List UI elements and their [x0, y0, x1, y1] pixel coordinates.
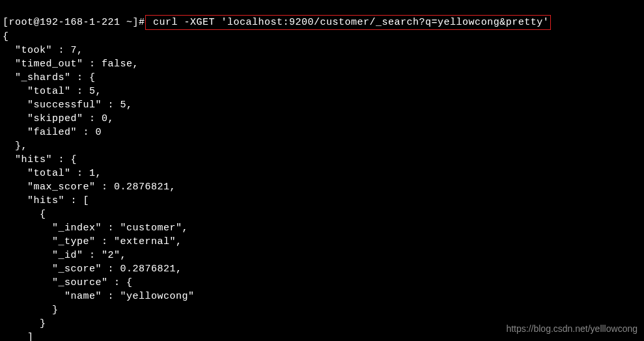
- output-line: "skipped" : 0,: [3, 113, 114, 124]
- output-line: {: [3, 209, 46, 220]
- output-line: }: [3, 318, 46, 329]
- output-line: "total" : 5,: [3, 86, 102, 97]
- output-line: },: [3, 141, 27, 152]
- output-line: "hits" : {: [3, 154, 77, 165]
- command-highlighted[interactable]: curl -XGET 'localhost:9200/customer/_sea…: [145, 15, 552, 30]
- output-line: ]: [3, 332, 34, 341]
- output-line: "name" : "yellowcong": [3, 291, 195, 302]
- output-line: "failed" : 0: [3, 127, 102, 138]
- output-line: "took" : 7,: [3, 45, 83, 56]
- output-line: "_id" : "2",: [3, 250, 126, 261]
- watermark-text: https://blog.csdn.net/yelllowcong: [506, 323, 637, 336]
- terminal-output: [root@192-168-1-221 ~]# curl -XGET 'loca…: [3, 1, 641, 341]
- output-line: "_shards" : {: [3, 72, 96, 83]
- output-line: "_score" : 0.2876821,: [3, 264, 182, 275]
- output-line: "_type" : "external",: [3, 236, 182, 247]
- output-line: {: [3, 31, 9, 42]
- output-line: "max_score" : 0.2876821,: [3, 182, 176, 193]
- output-line: "successful" : 5,: [3, 100, 133, 111]
- output-line: "_index" : "customer",: [3, 223, 188, 234]
- shell-prompt: [root@192-168-1-221 ~]#: [3, 17, 145, 28]
- output-line: "_source" : {: [3, 277, 133, 288]
- output-line: "timed_out" : false,: [3, 59, 139, 70]
- output-line: "total" : 1,: [3, 168, 102, 179]
- output-line: "hits" : [: [3, 195, 89, 206]
- output-line: }: [3, 305, 59, 316]
